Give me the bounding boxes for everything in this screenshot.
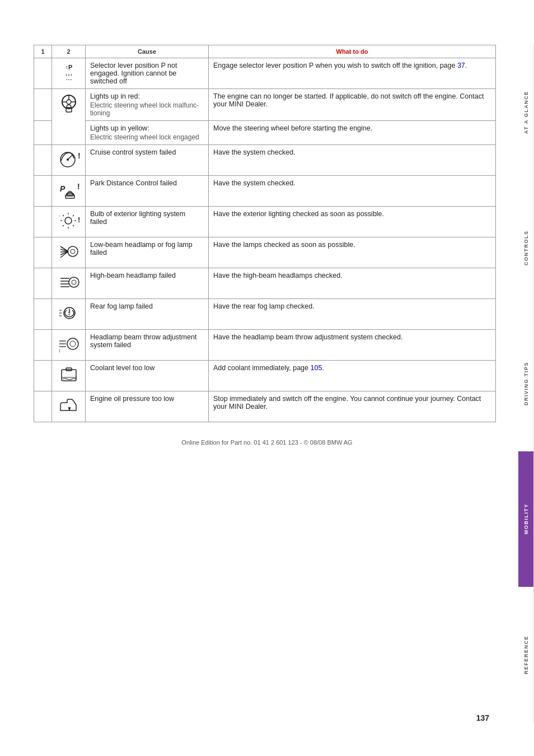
- col-header-what: What to do: [209, 45, 496, 58]
- row-col1: [34, 145, 52, 176]
- svg-text:!: !: [78, 151, 80, 160]
- row-icon-steering-lock: [52, 89, 86, 145]
- footer: Online Edition for Part no. 01 41 2 601 …: [0, 439, 534, 446]
- svg-line-24: [73, 215, 74, 216]
- coolant-icon: [57, 364, 81, 385]
- row-icon-cruise: !: [52, 145, 86, 176]
- col-header-1: 1: [34, 45, 52, 58]
- svg-text:!: !: [77, 182, 80, 191]
- high-beam-icon: [57, 272, 81, 293]
- rear-fog-icon: ‡: [57, 302, 81, 324]
- tab-mobility[interactable]: MOBILITY: [518, 451, 534, 587]
- table-row: Coolant level too low Add coolant immedi…: [34, 361, 496, 391]
- table-row: Lights up in yellow: Electric steering w…: [34, 121, 496, 145]
- row-col1: [34, 89, 52, 121]
- low-beam-icon: [57, 241, 81, 262]
- row-icon-selector-p: ↑P • • • • • •: [52, 58, 86, 89]
- row-what-oil-pressure: Stop immediately and switch off the engi…: [209, 391, 496, 422]
- svg-text:↕: ↕: [58, 348, 61, 353]
- pdc-icon: P !: [58, 179, 80, 200]
- svg-text:• • •: • • •: [65, 73, 72, 77]
- row-what-cruise: Have the system checked.: [209, 145, 496, 176]
- row-col1: [34, 58, 52, 89]
- row-what-steering-yellow: Move the steering wheel before starting …: [209, 121, 496, 145]
- col-header-cause: Cause: [86, 45, 209, 58]
- svg-point-17: [65, 217, 72, 224]
- svg-rect-52: [62, 370, 76, 381]
- row-cause-steering-red: Lights up in red: Electric steering whee…: [86, 89, 209, 121]
- tab-reference[interactable]: REFERENCE: [518, 587, 534, 722]
- steering-lock-icon: [58, 92, 79, 114]
- row-cause-selector-p: Selector lever position P not engaged. I…: [86, 58, 209, 89]
- bulb-exterior-icon: · !: [57, 210, 81, 231]
- svg-text:!: !: [78, 216, 80, 224]
- row-cause-oil-pressure: Engine oil pressure too low: [86, 391, 209, 422]
- row-icon-coolant: [52, 361, 86, 391]
- row-icon-high-beam: [52, 268, 86, 299]
- row-what-selector-p: Engage selector lever position P when yo…: [209, 58, 496, 89]
- svg-text:P: P: [60, 184, 65, 193]
- page-link-105[interactable]: 105: [310, 364, 322, 372]
- svg-text:↑P: ↑P: [65, 64, 72, 71]
- row-icon-oil-pressure: [52, 391, 86, 422]
- tab-at-a-glance[interactable]: AT A GLANCE: [518, 45, 534, 180]
- table-row: ! Cruise control system failed Have the …: [34, 145, 496, 176]
- table-row: Low-beam headlamp or fog lamp failed Hav…: [34, 237, 496, 268]
- table-row: · ! Bulb of exterior lighting system fai…: [34, 207, 496, 237]
- table-row: P ! Park Distance Control failed Have: [34, 176, 496, 207]
- svg-text:• • •: • • •: [66, 78, 72, 81]
- svg-line-22: [63, 215, 64, 216]
- svg-point-11: [67, 158, 69, 161]
- side-tabs: AT A GLANCE CONTROLS DRIVING TIPS MOBILI…: [518, 45, 534, 722]
- page-container: AT A GLANCE CONTROLS DRIVING TIPS MOBILI…: [0, 0, 534, 756]
- table-row: Lights up in red: Electric steering whee…: [34, 89, 496, 121]
- cruise-control-icon: !: [58, 148, 80, 170]
- row-cause-coolant: Coolant level too low: [86, 361, 209, 391]
- row-icon-rear-fog: ‡: [52, 299, 86, 330]
- row-what-rear-fog: Have the rear fog lamp checked.: [209, 299, 496, 330]
- row-col1: [34, 330, 52, 361]
- row-col1: [34, 361, 52, 391]
- row-icon-low-beam: [52, 237, 86, 268]
- main-content: 1 2 Cause What to do ↑P • • • • • •: [34, 45, 496, 422]
- row-col1: [34, 207, 52, 237]
- row-icon-bulb: · !: [52, 207, 86, 237]
- col-header-2: 2: [52, 45, 86, 58]
- row-cause-rear-fog: Rear fog lamp failed: [86, 299, 209, 330]
- row-what-bulb: Have the exterior lighting checked as so…: [209, 207, 496, 237]
- headlamp-beam-icon: ↕: [57, 333, 81, 354]
- row-cause-bulb: Bulb of exterior lighting system failed: [86, 207, 209, 237]
- table-row: ‡ Rear fog lamp failed Have the rear fog…: [34, 299, 496, 330]
- row-what-coolant: Add coolant immediately, page 105.: [209, 361, 496, 391]
- row-col1: [34, 299, 52, 330]
- row-what-steering-red: The engine can no longer be started. If …: [209, 89, 496, 121]
- table-row: ↕ Headlamp beam throw adjustment system …: [34, 330, 496, 361]
- footer-text: Online Edition for Part no. 01 41 2 601 …: [181, 439, 352, 446]
- table-row: High-beam headlamp failed Have the high-…: [34, 268, 496, 299]
- table-row: Engine oil pressure too low Stop immedia…: [34, 391, 496, 422]
- svg-line-25: [63, 225, 64, 226]
- row-cause-headlamp-beam: Headlamp beam throw adjustment system fa…: [86, 330, 209, 361]
- row-what-high-beam: Have the high-beam headlamps checked.: [209, 268, 496, 299]
- row-col1: [34, 391, 52, 422]
- row-col1: [34, 237, 52, 268]
- row-what-headlamp-beam: Have the headlamp beam throw adjustment …: [209, 330, 496, 361]
- row-cause-high-beam: High-beam headlamp failed: [86, 268, 209, 299]
- tab-controls[interactable]: CONTROLS: [518, 180, 534, 316]
- row-cause-cruise: Cruise control system failed: [86, 145, 209, 176]
- row-cause-pdc: Park Distance Control failed: [86, 176, 209, 207]
- svg-point-34: [71, 249, 75, 254]
- svg-point-4: [67, 100, 71, 104]
- svg-point-51: [70, 341, 76, 347]
- row-icon-headlamp-beam: ↕: [52, 330, 86, 361]
- row-what-pdc: Have the system checked.: [209, 176, 496, 207]
- row-icon-pdc: P !: [52, 176, 86, 207]
- row-cause-low-beam: Low-beam headlamp or fog lamp failed: [86, 237, 209, 268]
- page-link-37[interactable]: 37: [457, 62, 465, 69]
- row-col1: [34, 121, 52, 145]
- svg-point-39: [69, 277, 79, 287]
- tab-driving-tips[interactable]: DRIVING TIPS: [518, 316, 534, 451]
- svg-text:·: ·: [59, 213, 60, 219]
- row-what-low-beam: Have the lamps checked as soon as possib…: [209, 237, 496, 268]
- svg-point-33: [68, 246, 78, 256]
